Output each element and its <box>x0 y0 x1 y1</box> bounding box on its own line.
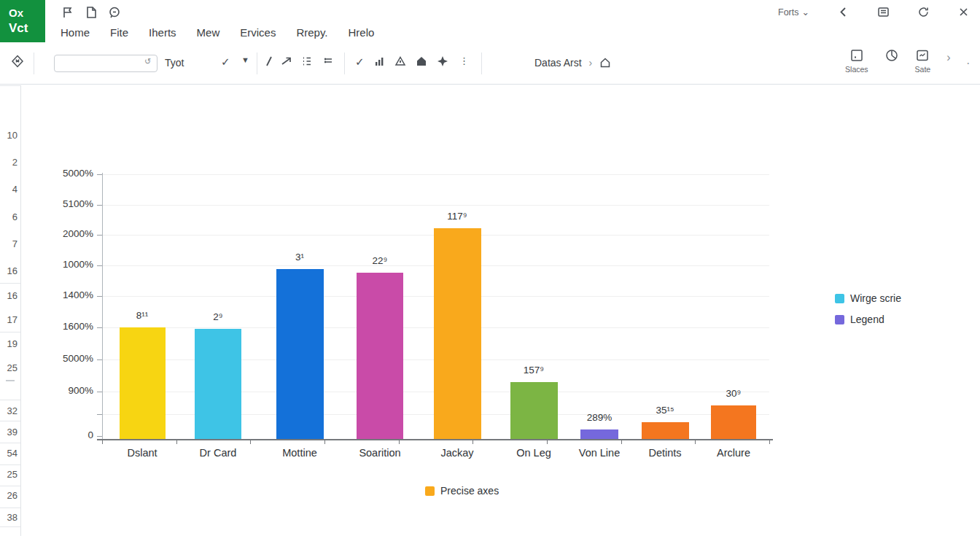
kebab-menu-icon[interactable]: ⋮ <box>459 55 469 66</box>
row-header[interactable]: 25 <box>0 362 18 373</box>
bar-drcard[interactable] <box>195 329 241 439</box>
bar-vonline[interactable] <box>580 429 618 439</box>
comment-icon[interactable] <box>108 6 121 19</box>
home-outline-icon[interactable] <box>599 57 611 69</box>
menu-item-fite[interactable]: Fite <box>110 26 128 39</box>
app-logo[interactable]: Ox Vct <box>0 0 45 42</box>
row-header[interactable]: 16 <box>0 290 18 301</box>
bar-onleg[interactable] <box>510 382 558 439</box>
row-separator <box>0 464 20 465</box>
row-header[interactable]: 26 <box>0 490 18 501</box>
refresh-icon[interactable] <box>917 6 930 18</box>
row-separator <box>0 332 20 332</box>
star-icon[interactable] <box>436 55 449 68</box>
y-tick-label: 900% <box>42 385 93 396</box>
row-header[interactable]: 10 <box>0 130 18 141</box>
legend-bottom[interactable]: Precise axes <box>425 485 499 497</box>
new-file-icon[interactable] <box>85 6 98 19</box>
legend-right: Wirge scrieLegend <box>835 292 901 335</box>
row-separator <box>0 508 20 508</box>
check-icon[interactable]: ✓ <box>221 55 230 69</box>
row-header[interactable]: 19 <box>0 338 18 349</box>
menu-item-home[interactable]: Home <box>61 26 90 39</box>
x-tick <box>399 440 400 444</box>
flag-icon[interactable] <box>61 6 74 19</box>
row-header[interactable]: 17 <box>0 314 18 325</box>
italic-slash-icon[interactable] <box>262 55 276 68</box>
legend-item[interactable]: Legend <box>835 314 901 325</box>
menu-list-icon[interactable] <box>877 6 890 18</box>
chevron-down-icon[interactable]: ▼ <box>241 55 249 64</box>
row-header[interactable]: 4 <box>0 184 18 195</box>
bar-jackay[interactable] <box>434 228 481 439</box>
legend-swatch <box>835 294 844 303</box>
bar-dslant[interactable] <box>120 327 166 439</box>
bar-arclure[interactable] <box>711 405 756 439</box>
gridline <box>103 205 769 206</box>
chevron-right-icon[interactable]: › <box>946 51 950 64</box>
name-box-input[interactable] <box>54 55 158 72</box>
row-header[interactable]: 54 <box>0 448 18 459</box>
x-tick <box>769 440 770 444</box>
sate-button[interactable]: Sate <box>915 48 931 74</box>
legend-swatch <box>425 486 435 496</box>
row-header[interactable]: 25 <box>0 469 18 480</box>
bulleted-list-icon[interactable] <box>322 55 335 68</box>
toolbar: ↺ Tyot ✓ ▼ ✓ <box>0 42 980 84</box>
sate-frame-icon <box>915 48 930 63</box>
row-separator <box>0 421 20 421</box>
row-separator <box>0 486 20 486</box>
home-icon[interactable] <box>415 55 428 68</box>
pie-chart-button[interactable] <box>884 48 899 65</box>
header-quick-icons <box>61 6 121 19</box>
bar-chart-icon[interactable] <box>373 55 386 68</box>
bar-mottine[interactable] <box>276 269 324 439</box>
menu-item-iherts[interactable]: Iherts <box>149 26 176 39</box>
row-header[interactable]: 2 <box>0 157 18 168</box>
menu-item-rrepy[interactable]: Rrepy. <box>296 26 327 39</box>
menu-item-ervices[interactable]: Ervices <box>240 26 276 39</box>
numbered-list-icon[interactable] <box>300 55 314 68</box>
row-header[interactable]: 39 <box>0 427 18 438</box>
x-category-label: Arclure <box>693 447 774 459</box>
separator <box>34 52 34 74</box>
x-tick <box>102 440 103 444</box>
overflow-dot-icon[interactable]: . <box>967 54 970 67</box>
breadcrumb-label[interactable]: Datas Arst <box>534 57 582 69</box>
send-arrow-icon[interactable] <box>280 55 293 68</box>
bar-value-label: 157⁹ <box>505 365 563 376</box>
row-header[interactable]: 6 <box>0 211 18 222</box>
row-header[interactable]: 16 <box>0 265 18 276</box>
legend-item[interactable]: Wirge scrie <box>835 292 901 304</box>
close-icon[interactable] <box>957 6 970 18</box>
y-tick-label: 1400% <box>42 289 93 300</box>
check-icon[interactable]: ✓ <box>355 55 365 69</box>
menu-item-mew[interactable]: Mew <box>197 26 220 39</box>
row-header[interactable]: 7 <box>0 238 18 249</box>
x-category-label: Jackay <box>417 447 497 459</box>
row-header[interactable]: 38 <box>0 512 18 523</box>
x-tick <box>472 440 473 444</box>
alert-triangle-icon[interactable] <box>394 55 407 68</box>
fonts-dropdown-label: Forts <box>778 7 798 18</box>
y-tick <box>97 327 102 328</box>
namebox-refresh-icon[interactable]: ↺ <box>144 57 151 66</box>
y-tick <box>97 174 102 175</box>
nav-diamond-icon[interactable] <box>10 54 25 69</box>
chevron-down-icon: ⌄ <box>802 7 809 18</box>
bar-soarition[interactable] <box>357 273 403 439</box>
bar-detints[interactable] <box>642 422 689 439</box>
back-chevron-icon[interactable] <box>837 6 849 18</box>
y-tick-label: 5000% <box>42 353 93 364</box>
slaces-button[interactable]: Slaces <box>845 48 868 74</box>
menu-item-hrelo[interactable]: Hrelo <box>348 26 374 39</box>
header: Ox Vct HomeFiteIhertsMewErvicesRrepy.Hre… <box>0 0 980 85</box>
y-axis-line <box>102 173 103 440</box>
fonts-dropdown[interactable]: Forts ⌄ <box>778 7 809 18</box>
type-label: Tyot <box>165 57 184 69</box>
bar-value-label: 30⁹ <box>704 388 763 399</box>
row-separator <box>0 400 20 400</box>
slaces-square-icon <box>849 48 864 63</box>
row-header[interactable]: 32 <box>0 405 18 416</box>
y-tick <box>97 414 102 415</box>
